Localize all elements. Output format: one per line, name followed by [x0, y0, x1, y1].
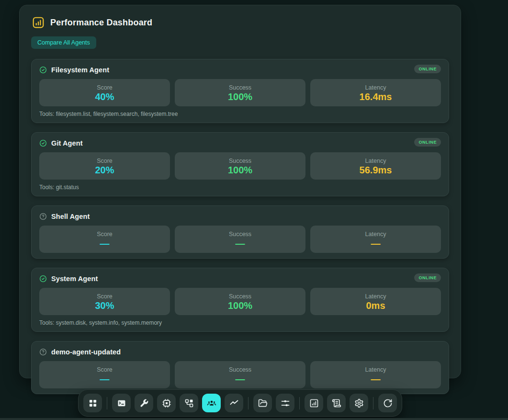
success-metric: Success 100% — [175, 152, 305, 180]
score-value: — — [100, 238, 110, 248]
latency-metric: Latency 56.9ms — [310, 152, 441, 180]
check-circle-icon — [39, 139, 47, 147]
latency-value: — — [371, 374, 381, 384]
wrench-icon — [139, 398, 149, 408]
toolbar-button-dashboard[interactable] — [305, 394, 323, 412]
metrics-row: Score — Success — Latency — — [39, 361, 441, 388]
toolbar-button-files[interactable] — [253, 394, 272, 412]
toolbar-divider — [107, 397, 107, 409]
page-bottom-edge — [0, 418, 508, 420]
score-metric: Score — — [39, 226, 170, 253]
agent-card-filesystem: Filesystem Agent ONLINE Score 40% Succes… — [31, 59, 449, 123]
toolbar-divider — [248, 397, 248, 409]
latency-label: Latency — [365, 84, 386, 91]
toolbar-button-workflow[interactable] — [180, 394, 198, 412]
success-label: Success — [229, 158, 251, 164]
score-label: Score — [97, 231, 113, 238]
toolbar-divider — [373, 397, 373, 409]
toolbar-button-agents[interactable] — [202, 394, 221, 412]
latency-label: Latency — [365, 231, 386, 238]
latency-metric: Latency 16.4ms — [310, 79, 441, 106]
gear-icon — [354, 398, 364, 408]
terminal-icon — [117, 398, 126, 408]
latency-metric: Latency — — [310, 226, 441, 253]
toolbar-button-settings[interactable] — [350, 394, 368, 412]
success-label: Success — [229, 84, 251, 91]
layout-grid-icon — [88, 398, 98, 408]
bar-chart-square-icon — [309, 398, 319, 408]
bar-chart-icon — [32, 16, 45, 29]
compare-all-agents-button[interactable]: Compare All Agents — [31, 36, 96, 49]
score-metric: Score 40% — [39, 79, 170, 106]
latency-label: Latency — [365, 293, 386, 300]
agent-tools: Tools: filesystem.list, filesystem.searc… — [39, 111, 441, 117]
agent-name: System Agent — [51, 275, 98, 283]
success-value: 100% — [228, 165, 252, 175]
latency-value: 16.4ms — [360, 92, 392, 102]
success-value: 100% — [228, 301, 252, 310]
agent-name: demo-agent-updated — [51, 348, 121, 356]
metrics-row: Score 30% Success 100% Latency 0ms — [39, 288, 441, 315]
latency-value: 0ms — [366, 301, 385, 310]
score-label: Score — [97, 158, 113, 164]
help-circle-icon — [39, 348, 47, 356]
performance-dashboard-panel: Performance Dashboard Compare All Agents… — [19, 5, 461, 378]
bottom-toolbar — [78, 389, 402, 417]
latency-metric: Latency 0ms — [310, 288, 441, 315]
success-value: — — [236, 238, 245, 248]
users-icon — [207, 398, 216, 408]
latency-value: — — [371, 238, 381, 248]
latency-value: 56.9ms — [360, 165, 392, 175]
trend-line-icon — [229, 398, 239, 408]
latency-metric: Latency — — [310, 361, 441, 388]
check-circle-icon — [39, 275, 47, 283]
latency-label: Latency — [365, 366, 386, 373]
agent-card-git: Git Agent ONLINE Score 20% Success 100% … — [31, 132, 449, 196]
score-value: — — [100, 374, 110, 384]
toolbar-button-tools[interactable] — [135, 394, 153, 412]
folder-open-icon — [258, 398, 268, 408]
toolbar-button-logs[interactable] — [327, 394, 346, 412]
score-label: Score — [97, 84, 113, 91]
success-label: Success — [229, 231, 251, 238]
success-label: Success — [229, 366, 251, 373]
cpu-icon — [162, 398, 171, 408]
refresh-icon — [383, 398, 393, 408]
status-badge: ONLINE — [414, 273, 441, 282]
toolbar-divider — [299, 397, 300, 409]
workflow-icon — [184, 398, 194, 408]
metrics-row: Score 40% Success 100% Latency 16.4ms — [39, 79, 441, 106]
toolbar-button-controls[interactable] — [276, 394, 294, 412]
metrics-row: Score — Success — Latency — — [39, 226, 441, 253]
agent-name: Filesystem Agent — [51, 66, 109, 74]
toolbar-button-hardware[interactable] — [157, 394, 176, 412]
score-metric: Score — — [39, 361, 170, 388]
success-value: — — [236, 374, 245, 384]
toolbar-button-activity[interactable] — [225, 394, 243, 412]
toolbar-button-refresh[interactable] — [378, 394, 397, 412]
toolbar-button-apps[interactable] — [83, 394, 102, 412]
agent-card-header: Filesystem Agent ONLINE — [39, 65, 441, 75]
agent-tools: Tools: git.status — [39, 184, 441, 191]
score-metric: Score 30% — [39, 288, 170, 315]
check-circle-icon — [39, 66, 47, 74]
score-value: 30% — [95, 301, 114, 310]
page-title: Performance Dashboard — [50, 18, 152, 28]
scroll-text-icon — [332, 398, 341, 408]
score-metric: Score 20% — [39, 152, 170, 180]
bottom-toolbar-wrap — [19, 389, 461, 417]
agent-card-header: Shell Agent ONLINE — [39, 212, 441, 221]
agent-card-header: demo-agent-updated ONLINE — [39, 347, 441, 357]
success-metric: Success 100% — [175, 288, 305, 315]
agent-card-header: Git Agent ONLINE — [39, 138, 441, 148]
success-metric: Success — — [175, 226, 305, 253]
panel-header: Performance Dashboard — [32, 16, 449, 29]
agent-card-shell: Shell Agent ONLINE Score — Success — Lat… — [31, 205, 449, 259]
agent-name: Git Agent — [51, 139, 83, 147]
toolbar-button-terminal[interactable] — [112, 394, 131, 412]
sliders-icon — [281, 398, 290, 408]
latency-label: Latency — [365, 158, 386, 164]
success-label: Success — [229, 293, 251, 300]
agent-card-list: Filesystem Agent ONLINE Score 40% Succes… — [31, 59, 449, 394]
help-circle-icon — [39, 213, 47, 220]
